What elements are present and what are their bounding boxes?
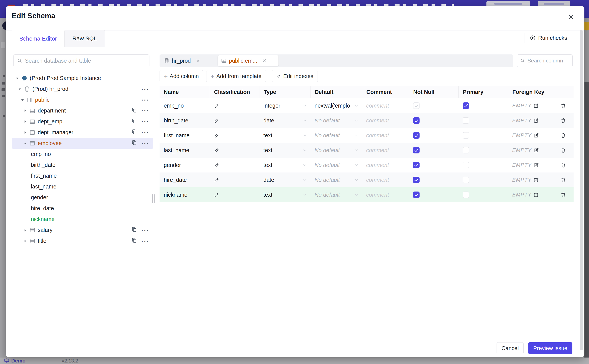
tree-item-schema[interactable]: public ···: [12, 94, 153, 105]
copy-icon[interactable]: [131, 237, 137, 244]
comment-input[interactable]: comment: [366, 162, 389, 168]
default-select[interactable]: No default: [310, 158, 362, 172]
caret-right-icon[interactable]: [24, 131, 27, 134]
more-icon[interactable]: ···: [141, 142, 149, 145]
tree-item-column[interactable]: first_name: [12, 170, 153, 181]
default-select[interactable]: No default: [310, 113, 362, 128]
edit-foreign-key-icon[interactable]: [531, 132, 539, 138]
caret-down-icon[interactable]: [18, 88, 21, 91]
caret-down-icon[interactable]: [16, 77, 19, 80]
delete-column-icon[interactable]: [560, 132, 566, 138]
tree-item-table[interactable]: department ···: [12, 105, 153, 116]
demo-link[interactable]: Demo: [11, 358, 26, 364]
edit-foreign-key-icon[interactable]: [531, 147, 539, 153]
copy-icon[interactable]: [131, 107, 137, 114]
comment-input[interactable]: comment: [366, 147, 389, 153]
copy-icon[interactable]: [131, 140, 137, 147]
column-search-input[interactable]: [527, 58, 569, 64]
tree-item-column[interactable]: emp_no: [12, 149, 153, 160]
tree-item-table[interactable]: dept_manager ···: [12, 127, 153, 138]
type-select[interactable]: text: [259, 158, 310, 172]
tree-item-table[interactable]: salary ···: [12, 225, 153, 235]
delete-column-icon[interactable]: [560, 147, 566, 153]
add-from-template-button[interactable]: + Add from template: [206, 70, 266, 82]
close-tab-icon[interactable]: [262, 58, 267, 63]
classification-edit-icon[interactable]: [214, 103, 220, 109]
edit-foreign-key-icon[interactable]: [531, 118, 539, 123]
type-select[interactable]: text: [259, 187, 310, 202]
default-select[interactable]: No default: [310, 187, 362, 202]
default-select[interactable]: No default: [310, 172, 362, 187]
classification-edit-icon[interactable]: [214, 192, 220, 198]
tab-raw-sql[interactable]: Raw SQL: [64, 30, 105, 47]
preview-issue-button[interactable]: Preview issue: [528, 342, 572, 354]
tree-item-table-employee[interactable]: employee ···: [12, 138, 153, 149]
tree-item-column[interactable]: last_name: [12, 181, 153, 192]
caret-down-icon[interactable]: [21, 98, 24, 101]
more-icon[interactable]: ···: [141, 239, 149, 243]
not-null-checkbox[interactable]: [413, 192, 420, 198]
comment-input[interactable]: comment: [366, 103, 389, 109]
caret-right-icon[interactable]: [24, 229, 27, 232]
edit-foreign-key-icon[interactable]: [531, 162, 539, 168]
more-icon[interactable]: ···: [141, 120, 149, 124]
not-null-checkbox[interactable]: [413, 117, 420, 124]
more-icon[interactable]: ···: [141, 98, 149, 102]
database-search-input[interactable]: [25, 58, 146, 64]
delete-column-icon[interactable]: [560, 192, 566, 198]
caret-down-icon[interactable]: [24, 142, 27, 145]
type-select[interactable]: text: [259, 143, 310, 158]
delete-column-icon[interactable]: [560, 118, 566, 123]
default-select[interactable]: No default: [310, 128, 362, 143]
type-select[interactable]: date: [259, 113, 310, 128]
type-select[interactable]: text: [259, 128, 310, 143]
type-select[interactable]: date: [259, 172, 310, 187]
close-icon[interactable]: [567, 13, 575, 21]
primary-checkbox[interactable]: [463, 117, 469, 124]
tree-item-column[interactable]: birth_date: [12, 160, 153, 170]
modal-scrollbar[interactable]: [580, 30, 583, 350]
caret-right-icon[interactable]: [24, 120, 27, 123]
not-null-checkbox[interactable]: [413, 177, 420, 183]
primary-checkbox[interactable]: [463, 162, 469, 168]
copy-icon[interactable]: [131, 227, 137, 234]
more-icon[interactable]: ···: [141, 130, 149, 134]
caret-right-icon[interactable]: [24, 109, 27, 112]
tree-item-column[interactable]: hire_date: [12, 203, 153, 214]
delete-column-icon[interactable]: [560, 103, 566, 109]
primary-checkbox[interactable]: [463, 192, 469, 198]
copy-icon[interactable]: [131, 118, 137, 125]
default-select[interactable]: nextval('employ: [310, 98, 362, 113]
primary-checkbox[interactable]: [463, 132, 469, 139]
classification-edit-icon[interactable]: [214, 147, 220, 153]
comment-input[interactable]: comment: [366, 177, 389, 183]
copy-icon[interactable]: [131, 129, 137, 136]
tree-item-table[interactable]: title ···: [12, 235, 153, 246]
classification-edit-icon[interactable]: [214, 118, 220, 123]
add-column-button[interactable]: + Add column: [160, 70, 203, 82]
comment-input[interactable]: comment: [366, 192, 389, 198]
tree-item-instance[interactable]: (Prod) Prod Sample Instance: [12, 73, 153, 84]
tab-schema-editor[interactable]: Schema Editor: [12, 30, 64, 47]
database-search[interactable]: [13, 54, 149, 67]
cancel-button[interactable]: Cancel: [496, 342, 524, 354]
not-null-checkbox[interactable]: [413, 132, 420, 139]
not-null-checkbox[interactable]: [413, 147, 420, 153]
editor-tab-hr-prod[interactable]: hr_prod: [161, 55, 216, 66]
comment-input[interactable]: comment: [366, 132, 389, 139]
default-select[interactable]: No default: [310, 143, 362, 158]
edit-indexes-button[interactable]: Edit indexes: [272, 70, 318, 82]
tree-item-database[interactable]: (Prod) hr_prod ···: [12, 84, 153, 94]
classification-edit-icon[interactable]: [214, 162, 220, 168]
more-icon[interactable]: ···: [141, 228, 149, 232]
classification-edit-icon[interactable]: [214, 132, 220, 138]
more-icon[interactable]: ···: [141, 109, 149, 113]
edit-foreign-key-icon[interactable]: [531, 177, 539, 183]
primary-checkbox[interactable]: [463, 177, 469, 183]
not-null-checkbox[interactable]: [413, 162, 420, 168]
caret-right-icon[interactable]: [24, 240, 27, 242]
tree-item-column[interactable]: gender: [12, 192, 153, 203]
tree-item-table[interactable]: dept_emp ···: [12, 116, 153, 127]
close-tab-icon[interactable]: [196, 58, 200, 63]
column-search[interactable]: [517, 54, 573, 67]
